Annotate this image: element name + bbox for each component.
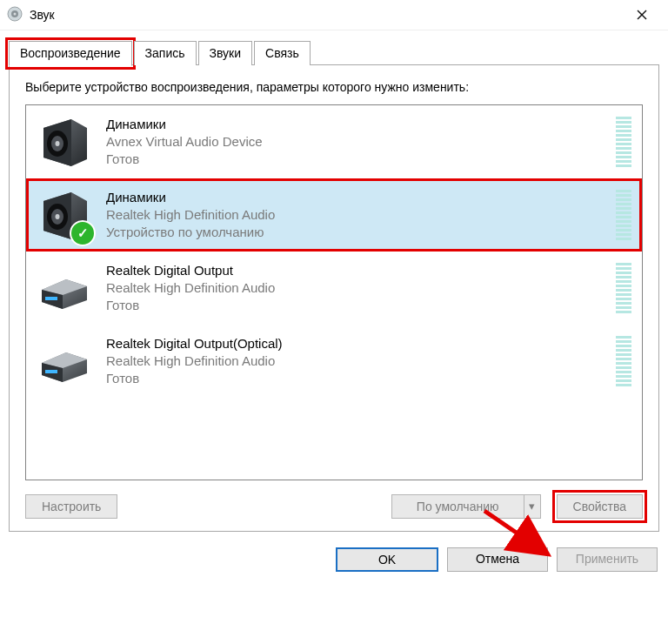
tab-content: Выберите устройство воспроизведения, пар… xyxy=(9,65,659,532)
level-meter xyxy=(616,336,631,386)
speaker-icon: ✓ xyxy=(37,187,92,243)
svg-point-7 xyxy=(56,141,60,146)
device-status: Готов xyxy=(106,297,609,314)
device-row[interactable]: ДинамикиAvnex Virtual Audio DeviceГотов xyxy=(26,105,642,178)
window-title: Звук xyxy=(30,8,55,22)
action-button-row: Настроить По умолчанию ▾ Свойства xyxy=(25,494,643,519)
digital-output-icon xyxy=(37,333,92,389)
device-status: Готов xyxy=(106,370,609,387)
device-text-block: Realtek Digital OutputRealtek High Defin… xyxy=(106,262,609,315)
svg-point-10 xyxy=(56,214,60,219)
device-name: Динамики xyxy=(106,116,609,133)
tab-sounds[interactable]: Звуки xyxy=(198,41,253,65)
level-meter xyxy=(616,190,631,240)
device-text-block: ДинамикиRealtek High Definition AudioУст… xyxy=(106,189,609,242)
level-meter xyxy=(616,117,631,167)
tab-playback[interactable]: Воспроизведение xyxy=(9,41,132,66)
device-status: Готов xyxy=(106,151,609,168)
svg-rect-12 xyxy=(45,370,57,373)
svg-point-2 xyxy=(14,12,17,15)
device-subtitle: Avnex Virtual Audio Device xyxy=(106,133,609,151)
set-default-button[interactable]: По умолчанию ▾ xyxy=(391,494,541,519)
device-text-block: ДинамикиAvnex Virtual Audio DeviceГотов xyxy=(106,116,609,169)
chevron-down-icon: ▾ xyxy=(529,500,535,513)
level-meter xyxy=(616,263,631,313)
device-name: Динамики xyxy=(106,189,609,206)
device-name: Realtek Digital Output(Optical) xyxy=(106,335,609,352)
cancel-button[interactable]: Отмена xyxy=(447,547,548,572)
close-button[interactable] xyxy=(623,3,661,27)
device-name: Realtek Digital Output xyxy=(106,262,609,279)
device-subtitle: Realtek High Definition Audio xyxy=(106,279,609,297)
device-status: Устройство по умолчанию xyxy=(106,224,609,241)
set-default-label: По умолчанию xyxy=(392,495,524,518)
device-text-block: Realtek Digital Output(Optical)Realtek H… xyxy=(106,335,609,388)
apply-button[interactable]: Применить xyxy=(557,547,658,572)
title-bar: Звук xyxy=(0,0,668,30)
close-icon xyxy=(637,10,647,20)
instruction-text: Выберите устройство воспроизведения, пар… xyxy=(25,79,643,96)
device-row[interactable]: Realtek Digital Output(Optical)Realtek H… xyxy=(26,325,642,398)
ok-button[interactable]: OK xyxy=(336,547,438,572)
device-subtitle: Realtek High Definition Audio xyxy=(106,206,609,224)
svg-rect-11 xyxy=(45,297,57,300)
dialog-button-row: OK Отмена Применить xyxy=(0,540,668,579)
properties-button[interactable]: Свойства xyxy=(557,494,643,519)
tab-recording[interactable]: Запись xyxy=(134,41,197,65)
configure-button[interactable]: Настроить xyxy=(25,494,117,519)
device-subtitle: Realtek High Definition Audio xyxy=(106,352,609,370)
device-row[interactable]: Realtek Digital OutputRealtek High Defin… xyxy=(26,252,642,325)
speaker-icon xyxy=(37,114,92,170)
device-list[interactable]: ДинамикиAvnex Virtual Audio DeviceГотов … xyxy=(25,104,643,480)
set-default-dropdown[interactable]: ▾ xyxy=(524,495,540,518)
default-check-icon: ✓ xyxy=(70,220,96,246)
speaker-app-icon xyxy=(7,6,23,24)
device-row[interactable]: ✓ДинамикиRealtek High Definition AudioУс… xyxy=(26,178,642,252)
digital-output-icon xyxy=(37,260,92,316)
tab-communications[interactable]: Связь xyxy=(254,41,311,65)
tab-bar: Воспроизведение Запись Звуки Связь xyxy=(0,30,668,65)
